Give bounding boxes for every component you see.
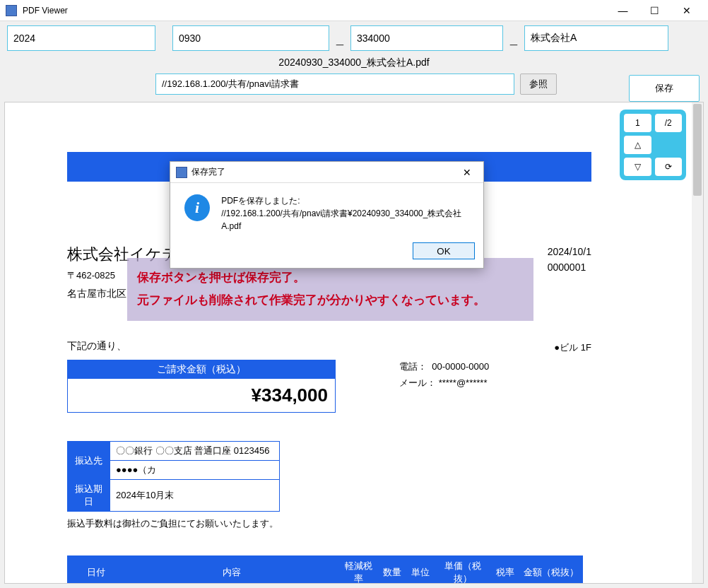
minimize-button[interactable]: — [607,0,639,21]
dialog-message-line1: PDFを保存しました: [221,194,469,207]
app-icon [6,5,17,16]
bank-due-value: 2024年10月末 [110,480,280,512]
bank-dest-line2: ●●●●（カ [110,461,280,480]
refresh-button[interactable]: ⟳ [655,158,683,176]
bank-fee-note: 振込手数料は御社のご負担にてお願いいたします。 [67,517,591,530]
mail-label: メール： [399,377,436,388]
th-rate: 税率 [491,556,519,584]
detail-table: 日付 内容 軽減税率 数量 単位 単価（税抜） 税率 金額（税抜） 2024/9… [67,555,583,584]
invoice-number: 0000001 [548,259,591,275]
th-date: 日付 [68,556,124,584]
dialog-ok-button[interactable]: OK [413,242,475,259]
maximize-button[interactable]: ☐ [639,0,671,21]
contact-block: 電話： 00-0000-0000 メール： *****@****** [399,358,489,392]
vertical-scrollbar[interactable] [692,102,703,583]
invoice-amount-value: ¥334,000 [68,379,335,412]
separator-1: _ [334,31,346,46]
dialog-title: 保存完了 [191,166,456,178]
page-navigator: 1 /2 △ ▽ ⟳ [620,110,686,180]
th-desc: 内容 [124,556,339,584]
page-current[interactable]: 1 [624,114,651,132]
tel-value: 00-0000-0000 [432,361,489,372]
invoice-meta: 2024/10/1 0000001 [548,244,591,276]
company-input[interactable] [524,25,668,51]
date-input[interactable] [172,25,329,51]
window-controls: — ☐ ✕ [607,0,702,21]
close-button[interactable]: ✕ [671,0,702,21]
dialog-message-line2: //192.168.1.200/共有/pnavi請求書¥20240930_334… [221,207,469,233]
annotation-line2: 元ファイルも削除されて作業完了が分かりやすくなっています。 [137,289,524,312]
detail-header-row: 日付 内容 軽減税率 数量 単位 単価（税抜） 税率 金額（税抜） [68,556,583,584]
page-down-button[interactable]: ▽ [624,158,651,176]
invoice-amount-box: ご請求金額（税込） ¥334,000 [67,360,336,413]
bank-due-label: 振込期日 [68,480,110,512]
save-complete-dialog: 保存完了 ✕ i PDFを保存しました: //192.168.1.200/共有/… [170,161,484,269]
th-unit: 単位 [406,556,435,584]
mail-value: *****@****** [439,377,488,388]
info-icon: i [184,194,210,221]
browse-button[interactable]: 参照 [520,74,557,95]
dialog-message: PDFを保存しました: //192.168.1.200/共有/pnavi請求書¥… [221,194,469,233]
dialog-app-icon [176,167,187,178]
path-row: 参照 [0,74,708,102]
bank-dest-line1: 〇〇銀行 〇〇支店 普通口座 0123456 [110,442,280,461]
invoice-note: 下記の通り、 [67,340,591,353]
scrollbar-thumb[interactable] [693,104,702,196]
tel-label: 電話： [399,361,427,372]
page-total: /2 [655,114,683,132]
amount-input[interactable] [350,25,503,51]
year-input[interactable] [7,25,155,51]
bank-table: 振込先 〇〇銀行 〇〇支店 普通口座 0123456 ●●●●（カ 振込期日 2… [67,441,280,512]
save-button[interactable]: 保存 [629,75,700,102]
separator-2: _ [507,31,520,46]
dialog-titlebar: 保存完了 ✕ [170,162,483,183]
th-amount: 金額（税抜） [519,556,583,584]
invoice-amount-header: ご請求金額（税込） [68,360,335,379]
save-path-input[interactable] [155,74,514,95]
bank-dest-label: 振込先 [68,442,110,480]
dialog-close-button[interactable]: ✕ [456,167,478,178]
th-tax: 軽減税率 [339,556,378,584]
th-uprice: 単価（税抜） [435,556,491,584]
annotation-line1: 保存ボタンを押せば保存完了。 [137,266,524,289]
titlebar: PDF Viewer — ☐ ✕ [0,0,708,21]
building-line: ●ビル 1F [554,341,591,354]
top-input-row: _ _ [0,21,708,55]
page-up-button[interactable]: △ [624,136,651,154]
generated-filename: 20240930_334000_株式会社A.pdf [0,55,708,74]
th-qty: 数量 [378,556,406,584]
invoice-date: 2024/10/1 [548,244,591,259]
window-title: PDF Viewer [23,6,607,16]
